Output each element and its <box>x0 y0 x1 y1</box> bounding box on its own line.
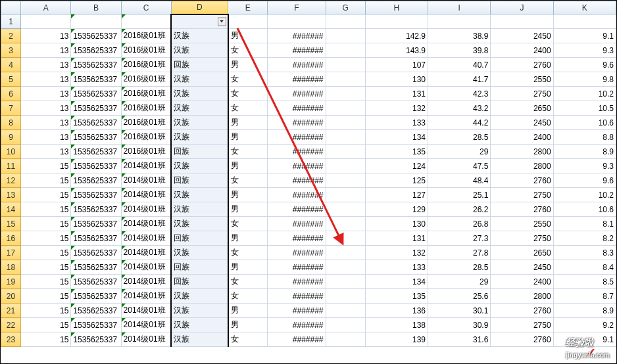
select-all-cell[interactable] <box>1 1 21 14</box>
cell-B[interactable]: 1535625337 <box>71 318 121 332</box>
cell-D[interactable]: 汉族 <box>171 101 228 116</box>
row-header[interactable]: 10 <box>1 145 21 159</box>
cell-A[interactable]: 13 <box>21 29 71 43</box>
cell-C[interactable]: 2016级01班 <box>121 87 171 101</box>
cell-H[interactable]: 125 <box>365 173 428 188</box>
cell-B[interactable]: 1535625337 <box>71 202 121 217</box>
cell-D[interactable]: 汉族 <box>171 29 228 43</box>
cell-D[interactable]: 汉族 <box>171 43 228 58</box>
cell-A[interactable]: 15 <box>21 275 71 289</box>
column-header-I[interactable]: I <box>428 1 491 14</box>
row-header[interactable]: 17 <box>1 246 21 260</box>
column-header-G[interactable]: G <box>326 1 365 14</box>
cell-C[interactable]: 2016级01班 <box>121 130 171 145</box>
cell-F[interactable]: ####### <box>268 58 326 72</box>
cell-H[interactable]: 143.9 <box>365 43 428 58</box>
cell-E[interactable]: 女 <box>228 332 268 347</box>
row-header[interactable]: 5 <box>1 72 21 87</box>
cell-I[interactable]: 28.5 <box>428 260 491 275</box>
cell-B[interactable]: 1535625337 <box>71 87 121 101</box>
cell-A[interactable]: 15 <box>21 173 71 188</box>
cell-I[interactable]: 26.8 <box>428 217 491 231</box>
cell-J[interactable]: 2450 <box>491 260 553 275</box>
cell-C[interactable]: 2016级01班 <box>121 29 171 43</box>
cell-H[interactable]: 131 <box>365 87 428 101</box>
cell-J[interactable]: 2750 <box>491 318 553 332</box>
cell-K[interactable]: 8.2 <box>553 231 616 246</box>
cell-K[interactable]: 10.6 <box>553 116 616 130</box>
cell-I[interactable]: 30.1 <box>428 304 491 318</box>
cell-G[interactable] <box>326 318 365 332</box>
cell-G[interactable] <box>326 101 365 116</box>
cell-D[interactable]: 汉族 <box>171 304 228 318</box>
cell-E[interactable]: 男 <box>228 29 268 43</box>
cell-J[interactable]: 2450 <box>491 116 553 130</box>
cell-D[interactable]: 汉族 <box>171 202 228 217</box>
cell-D[interactable]: 回族 <box>171 145 228 159</box>
row-header[interactable]: 22 <box>1 318 21 332</box>
cell-B[interactable]: 1535625337 <box>71 260 121 275</box>
cell-E[interactable]: 女 <box>228 145 268 159</box>
cell-I[interactable]: 43.2 <box>428 101 491 116</box>
cell-E[interactable]: 女 <box>228 217 268 231</box>
cell-C[interactable]: 2016级01班 <box>121 116 171 130</box>
cell-A[interactable]: 15 <box>21 332 71 347</box>
cell-I[interactable]: 25.6 <box>428 289 491 304</box>
cell-K[interactable]: 8.5 <box>553 275 616 289</box>
cell-A[interactable]: 13 <box>21 87 71 101</box>
cell-C[interactable]: 2014级01班 <box>121 231 171 246</box>
cell-A[interactable] <box>21 14 71 29</box>
cell-I[interactable]: 28.5 <box>428 130 491 145</box>
cell-E[interactable] <box>228 14 268 29</box>
cell-G[interactable] <box>326 304 365 318</box>
cell-G[interactable] <box>326 188 365 202</box>
cell-I[interactable]: 44.2 <box>428 116 491 130</box>
row-header[interactable]: 8 <box>1 116 21 130</box>
cell-K[interactable]: 9.3 <box>553 159 616 173</box>
cell-E[interactable]: 男 <box>228 304 268 318</box>
cell-K[interactable]: 9.1 <box>553 29 616 43</box>
column-header-A[interactable]: A <box>21 1 71 14</box>
cell-G[interactable] <box>326 289 365 304</box>
cell-E[interactable]: 男 <box>228 318 268 332</box>
cell-F[interactable]: ####### <box>268 72 326 87</box>
cell-F[interactable]: ####### <box>268 116 326 130</box>
cell-B[interactable]: 1535625337 <box>71 159 121 173</box>
cell-G[interactable] <box>326 87 365 101</box>
cell-F[interactable] <box>268 14 326 29</box>
cell-A[interactable]: 15 <box>21 202 71 217</box>
cell-I[interactable]: 42.3 <box>428 87 491 101</box>
cell-E[interactable]: 男 <box>228 260 268 275</box>
cell-D[interactable]: 汉族 <box>171 318 228 332</box>
cell-A[interactable]: 13 <box>21 145 71 159</box>
cell-A[interactable]: 13 <box>21 130 71 145</box>
cell-F[interactable]: ####### <box>268 332 326 347</box>
cell-H[interactable]: 132 <box>365 246 428 260</box>
cell-A[interactable]: 15 <box>21 246 71 260</box>
cell-C[interactable]: 2016级01班 <box>121 101 171 116</box>
cell-H[interactable]: 138 <box>365 318 428 332</box>
row-header[interactable]: 7 <box>1 101 21 116</box>
cell-B[interactable]: 1535625337 <box>71 332 121 347</box>
cell-J[interactable]: 2400 <box>491 275 553 289</box>
cell-A[interactable]: 13 <box>21 43 71 58</box>
cell-C[interactable]: 2016级01班 <box>121 145 171 159</box>
cell-G[interactable] <box>326 231 365 246</box>
cell-K[interactable]: 8.3 <box>553 246 616 260</box>
cell-K[interactable]: 9.3 <box>553 43 616 58</box>
cell-K[interactable]: 8.7 <box>553 289 616 304</box>
cell-F[interactable]: ####### <box>268 173 326 188</box>
cell-J[interactable]: 2400 <box>491 43 553 58</box>
cell-K[interactable]: 9.2 <box>553 318 616 332</box>
cell-F[interactable]: ####### <box>268 145 326 159</box>
cell-B[interactable]: 1535625337 <box>71 58 121 72</box>
cell-K[interactable]: 9.6 <box>553 58 616 72</box>
cell-D[interactable]: 回族 <box>171 275 228 289</box>
cell-F[interactable]: ####### <box>268 231 326 246</box>
cell-H[interactable] <box>365 14 428 29</box>
cell-E[interactable]: 男 <box>228 58 268 72</box>
column-header-H[interactable]: H <box>365 1 428 14</box>
cell-F[interactable]: ####### <box>268 217 326 231</box>
cell-J[interactable]: 2550 <box>491 72 553 87</box>
cell-D[interactable]: 汉族 <box>171 159 228 173</box>
